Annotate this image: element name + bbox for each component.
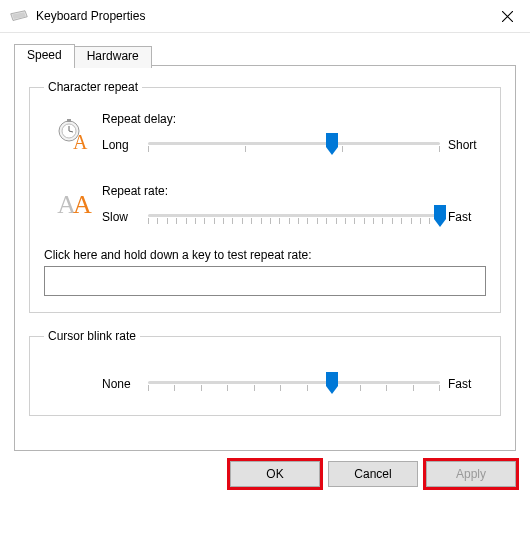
- repeat-delay-label: Repeat delay:: [102, 112, 486, 126]
- cursor-preview: [44, 361, 102, 367]
- dialog-tabs: Speed Hardware: [14, 44, 516, 66]
- tab-speed[interactable]: Speed: [14, 44, 75, 66]
- tab-panel-speed: Character repeat A Repeat delay: Long: [14, 65, 516, 451]
- repeat-delay-max: Short: [440, 138, 486, 152]
- repeat-delay-min: Long: [102, 138, 148, 152]
- svg-rect-2: [67, 119, 71, 122]
- dialog-footer: OK Cancel Apply: [0, 451, 530, 487]
- repeat-delay-row: A Repeat delay: Long Short: [44, 112, 486, 160]
- close-icon: [502, 11, 513, 22]
- window-title: Keyboard Properties: [36, 9, 485, 23]
- cancel-button[interactable]: Cancel: [328, 461, 418, 487]
- cursor-blink-slider[interactable]: [148, 369, 440, 399]
- repeat-rate-row: AA Repeat rate: Slow Fast: [44, 184, 486, 232]
- repeat-rate-max: Fast: [440, 210, 486, 224]
- repeat-rate-slider[interactable]: [148, 202, 440, 232]
- ok-button[interactable]: OK: [230, 461, 320, 487]
- repeat-rate-min: Slow: [102, 210, 148, 224]
- double-a-icon: AA: [57, 190, 89, 220]
- cursor-blink-max: Fast: [440, 377, 486, 391]
- repeat-rate-label: Repeat rate:: [102, 184, 486, 198]
- repeat-delay-slider[interactable]: [148, 130, 440, 160]
- character-repeat-group: Character repeat A Repeat delay: Long: [29, 80, 501, 313]
- svg-text:A: A: [73, 131, 88, 152]
- character-repeat-legend: Character repeat: [44, 80, 142, 94]
- cursor-blink-legend: Cursor blink rate: [44, 329, 140, 343]
- test-field-label: Click here and hold down a key to test r…: [44, 248, 486, 262]
- cursor-blink-group: Cursor blink rate None Fast: [29, 329, 501, 416]
- tab-hardware[interactable]: Hardware: [74, 46, 152, 68]
- close-button[interactable]: [485, 0, 530, 33]
- clock-letter-icon: A: [56, 118, 90, 152]
- cursor-blink-min: None: [102, 377, 148, 391]
- repeat-test-input[interactable]: [44, 266, 486, 296]
- titlebar: Keyboard Properties: [0, 0, 530, 33]
- keyboard-icon: [10, 9, 28, 23]
- apply-button[interactable]: Apply: [426, 461, 516, 487]
